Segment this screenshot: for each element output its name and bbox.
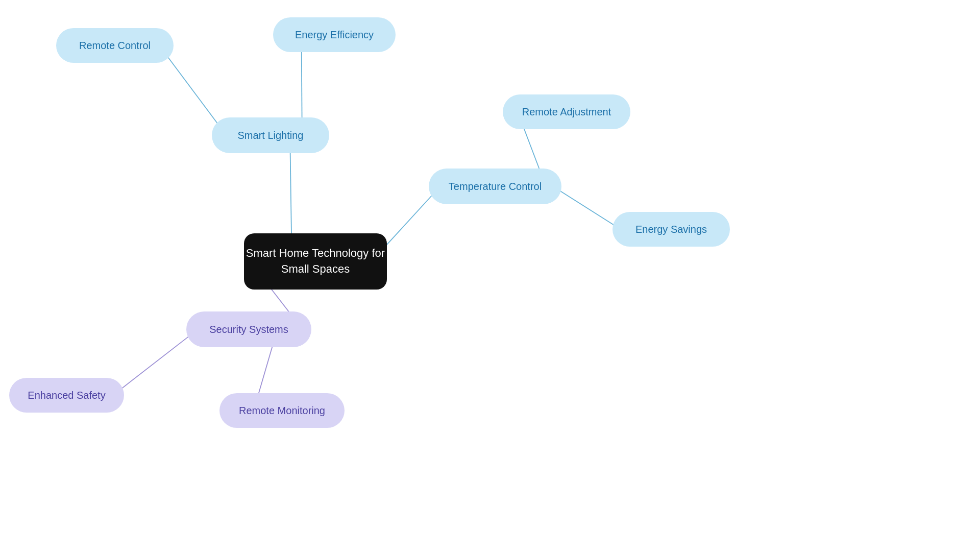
svg-line-1 bbox=[166, 54, 220, 127]
svg-line-3 bbox=[381, 193, 434, 250]
svg-line-2 bbox=[302, 50, 302, 121]
energy-savings-label: Energy Savings bbox=[635, 224, 707, 235]
center-label: Smart Home Technology for Small Spaces bbox=[246, 246, 385, 277]
energy-efficiency-label: Energy Efficiency bbox=[295, 29, 374, 41]
center-node[interactable]: Smart Home Technology for Small Spaces bbox=[244, 233, 387, 290]
security-systems-node[interactable]: Security Systems bbox=[186, 311, 311, 347]
remote-control-label: Remote Control bbox=[79, 40, 151, 52]
remote-control-node[interactable]: Remote Control bbox=[56, 28, 174, 63]
enhanced-safety-node[interactable]: Enhanced Safety bbox=[9, 378, 124, 413]
remote-adjustment-label: Remote Adjustment bbox=[522, 106, 611, 118]
smart-lighting-node[interactable]: Smart Lighting bbox=[212, 117, 329, 153]
temperature-control-node[interactable]: Temperature Control bbox=[429, 169, 561, 204]
security-systems-label: Security Systems bbox=[209, 324, 288, 335]
svg-line-8 bbox=[258, 346, 273, 394]
smart-lighting-label: Smart Lighting bbox=[238, 130, 304, 141]
remote-monitoring-node[interactable]: Remote Monitoring bbox=[219, 393, 345, 428]
svg-line-5 bbox=[559, 190, 614, 225]
remote-adjustment-node[interactable]: Remote Adjustment bbox=[503, 94, 630, 129]
svg-line-0 bbox=[290, 152, 291, 235]
energy-savings-node[interactable]: Energy Savings bbox=[612, 212, 730, 247]
remote-monitoring-label: Remote Monitoring bbox=[239, 405, 325, 417]
enhanced-safety-label: Enhanced Safety bbox=[28, 390, 105, 401]
temperature-control-label: Temperature Control bbox=[449, 181, 542, 193]
svg-line-4 bbox=[522, 125, 541, 174]
svg-line-7 bbox=[120, 335, 190, 390]
energy-efficiency-node[interactable]: Energy Efficiency bbox=[273, 17, 396, 52]
